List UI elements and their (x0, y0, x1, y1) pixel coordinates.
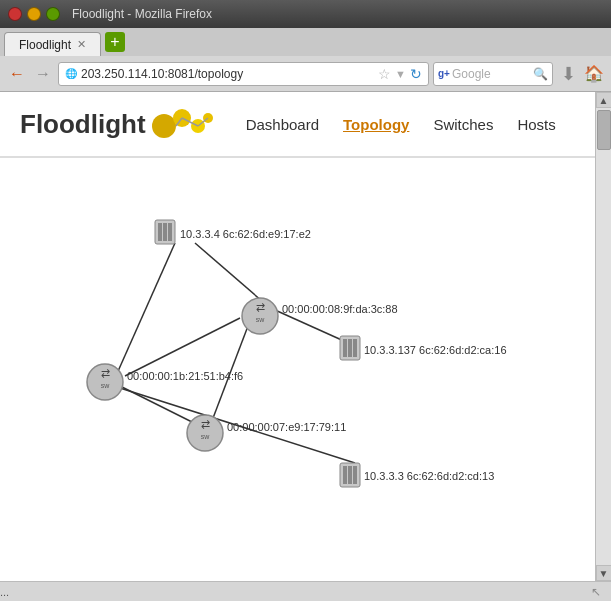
svg-text:00:00:00:1b:21:51:b4:f6: 00:00:00:1b:21:51:b4:f6 (127, 370, 243, 382)
svg-line-7 (115, 243, 175, 378)
tab-close-icon[interactable]: ✕ (77, 38, 86, 51)
svg-text:00:00:00:07:e9:17:79:11: 00:00:00:07:e9:17:79:11 (227, 421, 346, 433)
nav-hosts[interactable]: Hosts (517, 116, 555, 133)
svg-text:⇄: ⇄ (101, 367, 110, 379)
svg-text:⇄: ⇄ (256, 301, 265, 313)
window-title: Floodlight - Mozilla Firefox (72, 7, 212, 21)
bookmark-icon[interactable]: ☆ (378, 66, 391, 82)
svg-rect-28 (343, 339, 347, 357)
topology-svg: 10.3.3.4 6c:62:6d:e9:17:e2 ⇄ sw 00:00:00… (0, 158, 595, 581)
browser-tab[interactable]: Floodlight ✕ (4, 32, 101, 56)
scrollbar[interactable]: ▲ ▼ (595, 92, 611, 581)
nav-dashboard[interactable]: Dashboard (246, 116, 319, 133)
url-lock-icon: 🌐 (65, 68, 77, 79)
close-button[interactable] (8, 7, 22, 21)
status-bar: ... ↖ (0, 581, 611, 601)
svg-text:10.3.3.3 6c:62:6d:d2:cd:13: 10.3.3.3 6c:62:6d:d2:cd:13 (364, 470, 494, 482)
tab-label: Floodlight (19, 38, 71, 52)
svg-text:sw: sw (256, 316, 266, 323)
logo-text: Floodlight (20, 109, 146, 140)
google-icon: g+ (438, 68, 450, 79)
app-header: Floodlight Dashboard Topology Switches H… (0, 92, 595, 158)
forward-button[interactable]: → (32, 63, 54, 85)
svg-text:sw: sw (101, 382, 111, 389)
back-icon: ← (9, 65, 25, 83)
new-tab-button[interactable]: + (105, 32, 125, 52)
cursor-icon: ↖ (591, 585, 601, 599)
scrollbar-up-button[interactable]: ▲ (596, 92, 612, 108)
nav-topology[interactable]: Topology (343, 116, 409, 133)
search-placeholder: Google (452, 67, 531, 81)
svg-rect-16 (163, 223, 167, 241)
search-box[interactable]: g+ Google 🔍 (433, 62, 553, 86)
download-button[interactable]: ⬇ (557, 63, 579, 85)
status-text: ... (0, 586, 9, 598)
scrollbar-track[interactable] (597, 108, 611, 565)
svg-line-9 (125, 318, 240, 376)
search-icon[interactable]: 🔍 (533, 67, 548, 81)
svg-rect-30 (353, 339, 357, 357)
url-dropdown-icon[interactable]: ▼ (395, 68, 406, 80)
page-area: Floodlight Dashboard Topology Switches H… (0, 92, 595, 581)
forward-icon: → (35, 65, 51, 83)
svg-rect-39 (353, 466, 357, 484)
url-box[interactable]: 🌐 203.250.114.10:8081/topology ☆ ▼ ↻ (58, 62, 429, 86)
svg-rect-17 (168, 223, 172, 241)
svg-text:⇄: ⇄ (201, 418, 210, 430)
window-controls (8, 7, 60, 21)
svg-rect-15 (158, 223, 162, 241)
svg-rect-37 (343, 466, 347, 484)
svg-text:00:00:00:08:9f:da:3c:88: 00:00:00:08:9f:da:3c:88 (282, 303, 398, 315)
svg-text:10.3.3.137 6c:62:6d:d2:ca:16: 10.3.3.137 6c:62:6d:d2:ca:16 (364, 344, 507, 356)
window-title-bar: Floodlight - Mozilla Firefox (0, 0, 611, 28)
address-bar: ← → 🌐 203.250.114.10:8081/topology ☆ ▼ ↻… (0, 56, 611, 92)
minimize-button[interactable] (27, 7, 41, 21)
svg-point-0 (152, 114, 176, 138)
svg-rect-38 (348, 466, 352, 484)
back-button[interactable]: ← (6, 63, 28, 85)
tab-bar: Floodlight ✕ + (0, 28, 611, 56)
svg-text:10.3.3.4 6c:62:6d:e9:17:e2: 10.3.3.4 6c:62:6d:e9:17:e2 (180, 228, 311, 240)
refresh-icon[interactable]: ↻ (410, 66, 422, 82)
scrollbar-down-button[interactable]: ▼ (596, 565, 612, 581)
svg-text:sw: sw (201, 433, 211, 440)
maximize-button[interactable] (46, 7, 60, 21)
browser-content: Floodlight Dashboard Topology Switches H… (0, 92, 611, 581)
logo-area: Floodlight (20, 104, 216, 144)
nav-switches[interactable]: Switches (433, 116, 493, 133)
topology-canvas: 10.3.3.4 6c:62:6d:e9:17:e2 ⇄ sw 00:00:00… (0, 158, 595, 581)
home-button[interactable]: 🏠 (583, 63, 605, 85)
svg-rect-29 (348, 339, 352, 357)
url-text: 203.250.114.10:8081/topology (81, 67, 374, 81)
logo-graphic (146, 104, 216, 144)
main-nav: Dashboard Topology Switches Hosts (246, 116, 556, 133)
scrollbar-thumb[interactable] (597, 110, 611, 150)
